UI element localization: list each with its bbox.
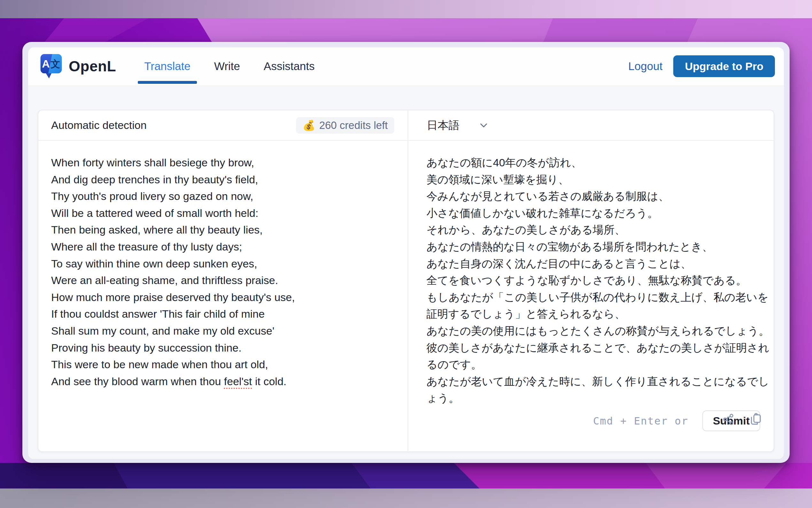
brand-name: OpenL — [69, 57, 116, 75]
app-body: Automatic detection 💰 260 credits left 日… — [28, 85, 784, 459]
share-icon[interactable] — [722, 413, 735, 426]
target-line: 今みんなが見とれている若さの威厳ある制服は、 — [426, 188, 765, 205]
tab-translate[interactable]: Translate — [144, 47, 191, 85]
translation-output: あなたの額に40年の冬が訪れ、 美の領域に深い塹壕を掘り、 今みんなが見とれてい… — [426, 154, 765, 407]
app-window-content: A 文 OpenL Translate Write Assistants Log… — [28, 47, 784, 459]
target-line: るのです。 — [426, 356, 765, 373]
target-line: 証明するでしょう」と答えられるなら、 — [426, 305, 765, 323]
target-line: あなたの額に40年の冬が訪れ、 — [426, 154, 765, 171]
source-line: Where all the treasure of thy lusty days… — [51, 238, 396, 255]
target-line: 美の領域に深い塹壕を掘り、 — [426, 171, 765, 188]
wallpaper-bottom-band — [0, 463, 812, 489]
translator-card: Automatic detection 💰 260 credits left 日… — [38, 110, 774, 452]
target-line: 彼の美しさがあなたに継承されることで、あなたの美しさが証明され — [426, 339, 765, 356]
tab-write[interactable]: Write — [213, 47, 241, 85]
source-language-selector[interactable]: Automatic detection — [51, 119, 147, 131]
tab-assistants[interactable]: Assistants — [263, 47, 316, 85]
source-line: Proving his beauty by succession thine. — [51, 339, 396, 356]
target-language-selector[interactable]: 日本語 — [427, 118, 460, 133]
openl-logo-icon: A 文 — [40, 54, 62, 79]
panel-divider — [408, 110, 408, 451]
credits-badge: 💰 260 credits left — [296, 117, 394, 134]
source-text-area[interactable]: When forty winters shall besiege thy bro… — [51, 154, 396, 390]
target-line: それから、あなたの美しさがある場所、 — [426, 221, 765, 238]
source-panel-header: Automatic detection 💰 260 credits left — [38, 110, 408, 141]
source-line: And dig deep trenches in thy beauty's fi… — [51, 171, 396, 188]
source-line: This were to be new made when thou art o… — [51, 356, 396, 373]
spellcheck-flagged-word: feel'st — [224, 375, 252, 387]
target-line: あなたの美の使用にはもっとたくさんの称賛が与えられるでしょう。 — [426, 323, 765, 339]
moneybag-icon: 💰 — [302, 120, 315, 130]
target-line: もしあなたが「この美しい子供が私の代わりに数え上げ、私の老いを — [426, 289, 765, 306]
target-panel-header: 日本語 — [408, 110, 774, 141]
target-line: あなたが老いて血が冷えた時に、新しく作り直されることになるでし — [426, 373, 765, 390]
target-line: 全てを食いつくすような恥ずかしさであり、無駄な称賛である。 — [426, 272, 765, 289]
source-line: Were an all-eating shame, and thriftless… — [51, 272, 396, 289]
credits-label: 260 credits left — [319, 119, 388, 131]
target-line: ょう。 — [426, 390, 765, 407]
svg-text:文: 文 — [50, 58, 60, 69]
source-line: If thou couldst answer 'This fair child … — [51, 305, 396, 323]
source-line: How much more praise deserved thy beauty… — [51, 289, 396, 306]
target-line: あなた自身の深く沈んだ目の中にあると言うことは、 — [426, 255, 765, 272]
desktop: A 文 OpenL Translate Write Assistants Log… — [0, 0, 812, 508]
header-right: Logout Upgrade to Pro — [628, 55, 775, 77]
target-line: 小さな価値しかない破れた雑草になるだろう。 — [426, 205, 765, 222]
target-line: あなたの情熱的な日々の宝物がある場所を問われたとき、 — [426, 238, 765, 255]
nav-tabs: Translate Write Assistants — [144, 47, 315, 85]
app-window: A 文 OpenL Translate Write Assistants Log… — [22, 42, 790, 463]
chevron-down-icon[interactable] — [478, 120, 489, 131]
shortcut-hint: Cmd + Enter or — [593, 415, 688, 427]
brand: A 文 OpenL — [40, 54, 116, 79]
logout-link[interactable]: Logout — [628, 60, 662, 73]
wallpaper-top-band — [0, 0, 812, 18]
wallpaper-bottom-light-band — [0, 489, 812, 508]
upgrade-to-pro-button[interactable]: Upgrade to Pro — [673, 55, 775, 77]
copy-icon[interactable] — [749, 413, 762, 426]
source-line: Shall sum my count, and make my old excu… — [51, 323, 396, 339]
source-line: When forty winters shall besiege thy bro… — [51, 154, 396, 171]
source-line-last: And see thy blood warm when thou feel'st… — [51, 373, 396, 390]
target-actions — [722, 413, 762, 426]
app-header: A 文 OpenL Translate Write Assistants Log… — [28, 47, 784, 85]
source-line: Then being asked, where all thy beauty l… — [51, 221, 396, 238]
source-line: To say within thine own deep sunken eyes… — [51, 255, 396, 272]
svg-text:A: A — [42, 58, 50, 70]
source-line: Thy youth's proud livery so gazed on now… — [51, 188, 396, 205]
source-line-prefix: And see thy blood warm when thou — [51, 375, 224, 387]
source-line: Will be a tattered weed of small worth h… — [51, 205, 396, 222]
source-line-suffix: it cold. — [252, 375, 286, 387]
